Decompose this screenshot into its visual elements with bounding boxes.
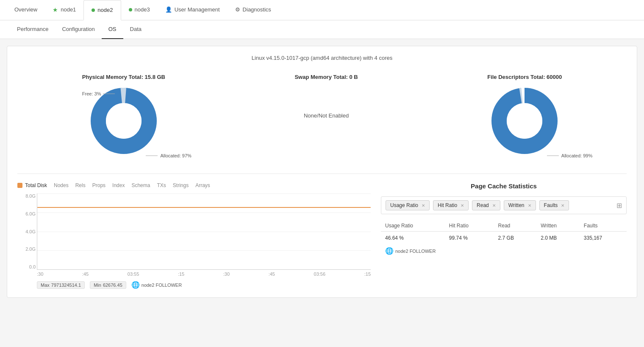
filter-close-written[interactable]: ✕ bbox=[528, 203, 531, 208]
th-faults: Faults bbox=[580, 220, 627, 232]
allocated-label-fd: Allocated: 99% bbox=[547, 153, 592, 158]
legend-txs[interactable]: TXs bbox=[157, 182, 166, 188]
x-axis: :30 :45 03:55 :15 :30 :45 03:56 :15 bbox=[37, 271, 371, 277]
file-descriptors-donut bbox=[491, 87, 558, 155]
table-row-node: 🌐 node2 FOLLOWER bbox=[381, 244, 627, 257]
swap-memory-none: None/Not Enabled bbox=[304, 112, 349, 119]
stats-table-header: Usage Ratio Hit Ratio Read Written bbox=[381, 220, 627, 232]
node-badge-disk: 🌐 node2 FOLLOWER bbox=[131, 281, 182, 289]
swap-memory-title: Swap Memory Total: 0 B bbox=[294, 74, 358, 80]
disk-chart-section: Total Disk Nodes Rels Props Index bbox=[17, 182, 371, 289]
nav-item-node2[interactable]: node2 bbox=[83, 0, 121, 20]
sub-nav: Performance Configuration OS Data bbox=[0, 20, 644, 39]
th-usage-ratio: Usage Ratio bbox=[381, 220, 445, 232]
td-read: 2.7 GB bbox=[494, 232, 537, 245]
disk-usage-line bbox=[37, 207, 371, 208]
globe-icon-cache: 🌐 bbox=[385, 247, 394, 255]
filter-close-faults[interactable]: ✕ bbox=[561, 203, 564, 208]
tab-configuration[interactable]: Configuration bbox=[55, 20, 101, 39]
td-usage-ratio: 46.64 % bbox=[381, 232, 445, 245]
legend-total-disk[interactable]: Total Disk bbox=[17, 182, 47, 188]
memory-section: Physical Memory Total: 15.8 GB Free: 3% bbox=[17, 70, 627, 174]
page-cache-title: Page Cache Statistics bbox=[381, 182, 627, 190]
td-written: 2.0 MB bbox=[536, 232, 580, 245]
free-label: Free: 3% bbox=[82, 91, 116, 96]
filter-hit-ratio[interactable]: Hit Ratio ✕ bbox=[433, 200, 469, 210]
physical-memory-donut bbox=[90, 87, 158, 155]
legend-schema[interactable]: Schema bbox=[131, 182, 150, 188]
file-descriptors-block: File Descriptors Total: 60000 Allocated:… bbox=[487, 74, 562, 163]
legend-strings[interactable]: Strings bbox=[173, 182, 189, 188]
user-icon: 👤 bbox=[165, 6, 172, 13]
filter-faults[interactable]: Faults ✕ bbox=[539, 200, 569, 210]
table-row: 46.64 % 99.74 % 2.7 GB 2.0 MB bbox=[381, 232, 627, 245]
th-read: Read bbox=[494, 220, 537, 232]
filter-read[interactable]: Read ✕ bbox=[472, 200, 500, 210]
main-content: Linux v4.15.0-1017-gcp (amd64 architectu… bbox=[0, 39, 644, 347]
td-faults: 335,167 bbox=[580, 232, 627, 245]
globe-icon-disk: 🌐 bbox=[131, 281, 140, 289]
grid-view-icon[interactable]: ⊞ bbox=[616, 201, 622, 210]
nav-item-diagnostics[interactable]: ⚙ Diagnostics bbox=[228, 0, 279, 20]
svg-point-7 bbox=[507, 103, 542, 139]
physical-memory-block: Physical Memory Total: 15.8 GB Free: 3% bbox=[82, 74, 165, 163]
filter-close-hit-ratio[interactable]: ✕ bbox=[461, 203, 464, 208]
tab-data[interactable]: Data bbox=[123, 20, 148, 39]
chart-footer: Max 7971324514.1 Min 62676.45 🌐 node2 FO… bbox=[37, 281, 371, 289]
td-hit-ratio: 99.74 % bbox=[445, 232, 494, 245]
filter-close-read[interactable]: ✕ bbox=[492, 203, 496, 208]
th-hit-ratio: Hit Ratio bbox=[445, 220, 494, 232]
legend-nodes[interactable]: Nodes bbox=[54, 182, 69, 188]
main-card: Linux v4.15.0-1017-gcp (amd64 architectu… bbox=[7, 46, 637, 298]
legend-arrays[interactable]: Arrays bbox=[195, 182, 210, 188]
os-info-header: Linux v4.15.0-1017-gcp (amd64 architectu… bbox=[17, 55, 627, 61]
legend-index[interactable]: Index bbox=[112, 182, 125, 188]
file-descriptors-title: File Descriptors Total: 60000 bbox=[487, 74, 562, 80]
svg-point-2 bbox=[106, 103, 142, 139]
top-nav: Overview ★ node1 node2 node3 👤 User Mana… bbox=[0, 0, 644, 20]
filter-written[interactable]: Written ✕ bbox=[504, 200, 536, 210]
allocated-label-physical: Allocated: 97% bbox=[146, 153, 191, 158]
y-axis: 8.0G 6.0G 4.0G 2.0G 0.0 bbox=[19, 193, 36, 269]
nav-item-node1[interactable]: ★ node1 bbox=[45, 0, 83, 20]
disk-legend: Total Disk Nodes Rels Props Index bbox=[17, 182, 371, 188]
max-badge: Max 7971324514.1 bbox=[37, 281, 85, 289]
bottom-section: Total Disk Nodes Rels Props Index bbox=[17, 182, 627, 289]
th-written: Written bbox=[536, 220, 580, 232]
tab-performance[interactable]: Performance bbox=[10, 20, 55, 39]
physical-memory-title: Physical Memory Total: 15.8 GB bbox=[82, 74, 165, 80]
filter-bar: Usage Ratio ✕ Hit Ratio ✕ Read ✕ Written… bbox=[381, 196, 627, 214]
page-cache-section: Page Cache Statistics Usage Ratio ✕ Hit … bbox=[381, 182, 627, 289]
dot-icon-node2 bbox=[92, 8, 95, 12]
legend-rels[interactable]: Rels bbox=[75, 182, 86, 188]
nav-item-node3[interactable]: node3 bbox=[121, 0, 158, 20]
node-badge-cache: 🌐 node2 FOLLOWER bbox=[385, 247, 436, 255]
filter-close-usage-ratio[interactable]: ✕ bbox=[422, 203, 425, 208]
dot-icon-node3 bbox=[129, 8, 132, 11]
filter-usage-ratio[interactable]: Usage Ratio ✕ bbox=[386, 200, 430, 210]
swap-memory-block: Swap Memory Total: 0 B None/Not Enabled bbox=[294, 74, 358, 119]
nav-item-user-management[interactable]: 👤 User Management bbox=[158, 0, 228, 20]
stats-table: Usage Ratio Hit Ratio Read Written bbox=[381, 220, 627, 257]
gear-icon: ⚙ bbox=[235, 6, 240, 13]
min-badge: Min 62676.45 bbox=[90, 281, 126, 289]
star-icon: ★ bbox=[53, 6, 58, 13]
legend-props[interactable]: Props bbox=[92, 182, 105, 188]
tab-os[interactable]: OS bbox=[102, 20, 123, 39]
nav-item-overview[interactable]: Overview bbox=[7, 0, 45, 20]
